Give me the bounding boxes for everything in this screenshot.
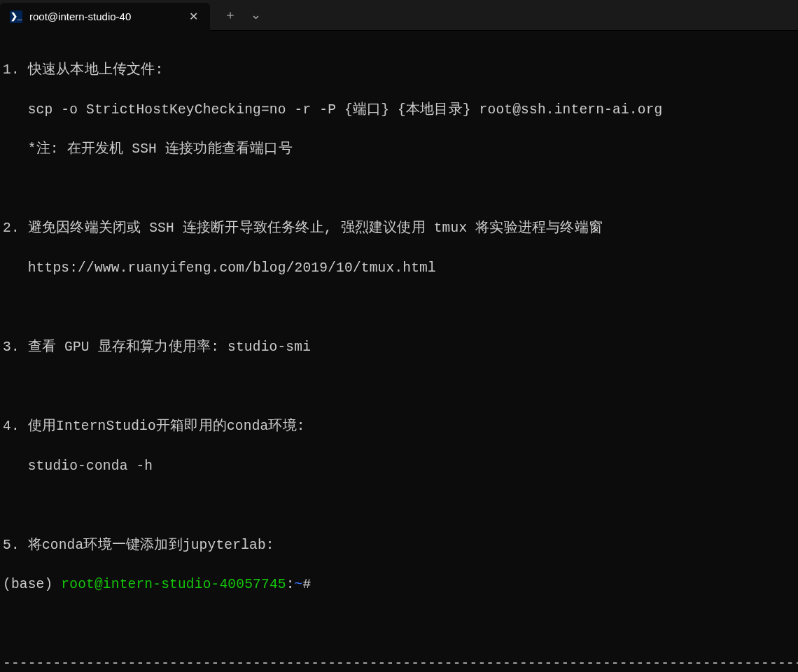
motd-line: https://www.ruanyifeng.com/blog/2019/10/…	[3, 258, 795, 278]
motd-line: 5. 将conda环境一键添加到jupyterlab:	[3, 536, 795, 555]
motd-line: 4. 使用InternStudio开箱即用的conda环境:	[3, 416, 795, 436]
prompt-symbol: #	[303, 577, 312, 592]
motd-line: 1. 快速从本地上传文件:	[3, 60, 795, 80]
tab-title: root@intern-studio-40	[29, 9, 179, 24]
motd-line: 3. 查看 GPU 显存和算力使用率: studio-smi	[3, 337, 795, 357]
titlebar: ❯_ root@intern-studio-40 ✕ ＋ ⌄	[0, 0, 798, 31]
prompt-line: (base) root@intern-studio-40057745:~#	[3, 575, 795, 594]
prompt-env: (base)	[3, 577, 52, 592]
blank-line	[3, 496, 795, 515]
prompt-sep: :	[286, 577, 295, 592]
terminal-output[interactable]: 1. 快速从本地上传文件: scp -o StrictHostKeyChecki…	[0, 31, 798, 672]
blank-line	[3, 615, 795, 634]
blank-line	[3, 377, 795, 397]
new-tab-button[interactable]: ＋	[220, 1, 241, 29]
prompt-user-host: root@intern-studio-40057745	[61, 577, 286, 592]
tab-menu-button[interactable]: ⌄	[245, 1, 266, 29]
motd-line: studio-conda -h	[3, 456, 795, 476]
tab-actions: ＋ ⌄	[210, 0, 266, 30]
close-tab-button[interactable]: ✕	[186, 8, 200, 24]
active-tab[interactable]: ❯_ root@intern-studio-40 ✕	[0, 3, 210, 31]
powershell-icon: ❯_	[10, 10, 22, 23]
blank-line	[3, 179, 795, 199]
motd-line: scp -o StrictHostKeyChecking=no -r -P {端…	[3, 100, 795, 120]
motd-line: *注: 在开发机 SSH 连接功能查看端口号	[3, 139, 795, 159]
motd-line: 2. 避免因终端关闭或 SSH 连接断开导致任务终止, 强烈建议使用 tmux …	[3, 218, 795, 238]
blank-line	[3, 298, 795, 317]
prompt-path: ~	[295, 577, 303, 592]
hr-line: ----------------------------------------…	[3, 654, 795, 672]
